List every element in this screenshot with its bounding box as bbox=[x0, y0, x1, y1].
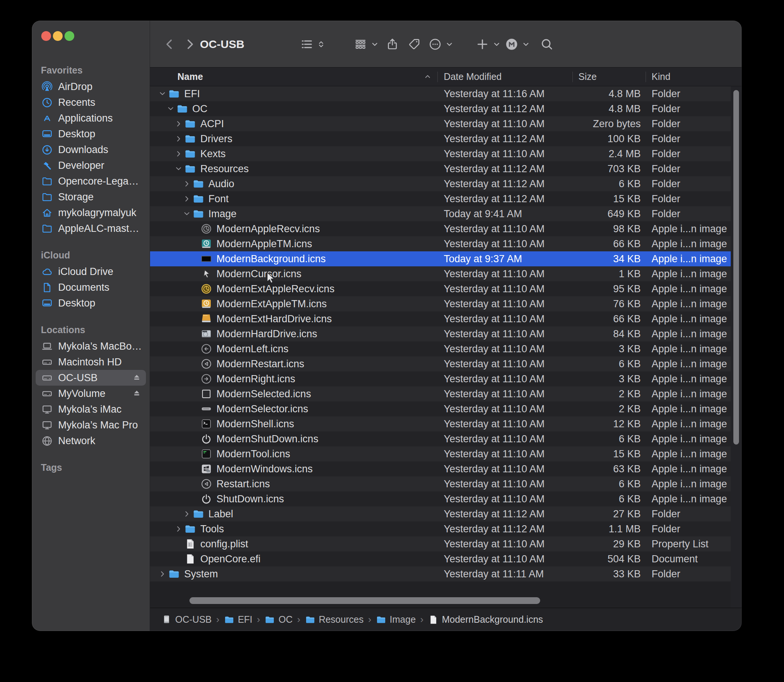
kind-cell: Folder bbox=[645, 208, 731, 220]
sidebar-item-mykola-s-mac-pro[interactable]: Mykola’s Mac Pro bbox=[36, 417, 146, 433]
table-row-font[interactable]: FontYesterday at 11:12 AM15 KBFolder bbox=[150, 191, 731, 206]
disclosure-closed-icon[interactable] bbox=[182, 195, 192, 203]
table-row-modernextappletm-icns[interactable]: ModernExtAppleTM.icnsYesterday at 11:10 … bbox=[150, 296, 731, 311]
back-button[interactable] bbox=[163, 21, 176, 67]
sidebar-item-opencore-legacy-pat[interactable]: Opencore-Legacy-Pat... bbox=[36, 173, 146, 189]
sidebar-item-documents[interactable]: Documents bbox=[36, 279, 146, 295]
table-row-modernharddrive-icns[interactable]: ModernHardDrive.icnsYesterday at 11:10 A… bbox=[150, 327, 731, 341]
forward-button[interactable] bbox=[183, 21, 196, 67]
table-row-modernright-icns[interactable]: ModernRight.icnsYesterday at 11:10 AM3 K… bbox=[150, 371, 731, 386]
table-row-modernextharddrive-icns[interactable]: ModernExtHardDrive.icnsYesterday at 11:1… bbox=[150, 311, 731, 327]
disclosure-closed-icon[interactable] bbox=[174, 120, 183, 128]
table-row-modernshutdown-icns[interactable]: ModernShutDown.icnsYesterday at 11:10 AM… bbox=[150, 432, 731, 446]
sidebar-item-downloads[interactable]: Downloads bbox=[36, 142, 146, 158]
sidebar-item-oc-usb[interactable]: OC-USB bbox=[36, 370, 146, 386]
table-row-audio[interactable]: AudioYesterday at 11:12 AM6 KBFolder bbox=[150, 176, 731, 191]
sidebar-item-desktop[interactable]: Desktop bbox=[36, 295, 146, 311]
kind-cell: Apple i...n image bbox=[645, 493, 731, 505]
sidebar-item-airdrop[interactable]: AirDrop bbox=[36, 79, 146, 94]
table-row-tools[interactable]: ToolsYesterday at 11:12 AM1.1 MBFolder bbox=[150, 521, 731, 537]
sidebar-item-recents[interactable]: Recents bbox=[36, 94, 146, 110]
zoom-window-button[interactable] bbox=[65, 31, 74, 41]
column-header-size[interactable]: Size bbox=[572, 67, 645, 86]
sidebar-item-mykola-s-imac[interactable]: Mykola’s iMac bbox=[36, 402, 146, 417]
date-modified-cell: Yesterday at 11:10 AM bbox=[437, 313, 572, 325]
time-machine-gold-icon bbox=[200, 298, 212, 310]
kind-cell: Document bbox=[645, 553, 731, 565]
table-row-modernappletm-icns[interactable]: ModernAppleTM.icnsYesterday at 11:10 AM6… bbox=[150, 236, 731, 251]
table-row-restart-icns[interactable]: Restart.icnsYesterday at 11:10 AM6 KBApp… bbox=[150, 476, 731, 491]
table-row-acpi[interactable]: ACPIYesterday at 11:10 AMZero bytesFolde… bbox=[150, 116, 731, 131]
path-item-oc-usb[interactable]: OC-USB bbox=[161, 614, 212, 625]
table-row-shutdown-icns[interactable]: ShutDown.icnsYesterday at 11:10 AM6 KBAp… bbox=[150, 491, 731, 507]
disclosure-closed-icon[interactable] bbox=[174, 525, 183, 533]
more-actions-button[interactable] bbox=[429, 21, 454, 67]
path-item-label: OC bbox=[278, 614, 293, 625]
size-cell: 2 KB bbox=[572, 403, 645, 415]
path-item-image[interactable]: Image bbox=[376, 614, 416, 625]
black-rect-icon bbox=[200, 253, 212, 265]
file-name: Kexts bbox=[200, 148, 226, 160]
table-row-modernbackground-icns[interactable]: ModernBackground.icnsToday at 9:37 AM34 … bbox=[150, 251, 731, 266]
horizontal-scrollbar[interactable] bbox=[190, 597, 540, 604]
table-row-modernrestart-icns[interactable]: ModernRestart.icnsYesterday at 11:10 AM6… bbox=[150, 356, 731, 371]
table-row-drivers[interactable]: DriversYesterday at 11:12 AM100 KBFolder bbox=[150, 131, 731, 146]
sidebar-item-storage[interactable]: Storage bbox=[36, 189, 146, 205]
table-row-opencore-efi[interactable]: OpenCore.efiYesterday at 11:10 AM504 KBD… bbox=[150, 551, 731, 566]
table-row-kexts[interactable]: KextsYesterday at 11:10 AM2.4 MBFolder bbox=[150, 146, 731, 161]
table-row-modernselector-icns[interactable]: ModernSelector.icnsYesterday at 11:10 AM… bbox=[150, 402, 731, 416]
table-row-system[interactable]: SystemYesterday at 11:11 AM33 KBFolder bbox=[150, 566, 731, 582]
table-row-efi[interactable]: EFIYesterday at 11:16 AM4.8 MBFolder bbox=[150, 86, 731, 101]
column-header-date-modified[interactable]: Date Modified bbox=[437, 67, 572, 86]
path-item-resources[interactable]: Resources bbox=[305, 614, 364, 625]
table-row-moderntool-icns[interactable]: ModernTool.icnsYesterday at 11:10 AM15 K… bbox=[150, 446, 731, 461]
sidebar-item-icloud-drive[interactable]: iCloud Drive bbox=[36, 264, 146, 279]
disclosure-closed-icon[interactable] bbox=[174, 135, 183, 143]
sidebar-item-mykolagrymalyuk[interactable]: mykolagrymalyuk bbox=[36, 205, 146, 221]
column-header-name[interactable]: Name bbox=[150, 67, 437, 86]
sidebar-item-macintosh-hd[interactable]: Macintosh HD bbox=[36, 354, 146, 370]
table-row-modernselected-icns[interactable]: ModernSelected.icnsYesterday at 11:10 AM… bbox=[150, 386, 731, 402]
new-item-button[interactable] bbox=[476, 21, 501, 67]
account-button[interactable] bbox=[505, 21, 531, 67]
sidebar-item-desktop[interactable]: Desktop bbox=[36, 126, 146, 142]
sidebar-item-applications[interactable]: Applications bbox=[36, 110, 146, 126]
table-row-config-plist[interactable]: config.plistYesterday at 11:10 AM29 KBPr… bbox=[150, 537, 731, 551]
sidebar-item-network[interactable]: Network bbox=[36, 433, 146, 449]
tags-button[interactable] bbox=[407, 21, 421, 67]
table-row-modernextapplerecv-icns[interactable]: ModernExtAppleRecv.icnsYesterday at 11:1… bbox=[150, 281, 731, 296]
search-button[interactable] bbox=[540, 21, 554, 67]
sidebar-item-applealc-master-2[interactable]: AppleALC-master-2 bbox=[36, 221, 146, 236]
disclosure-closed-icon[interactable] bbox=[158, 570, 167, 578]
disclosure-closed-icon[interactable] bbox=[182, 180, 192, 188]
close-window-button[interactable] bbox=[41, 31, 51, 41]
table-row-oc[interactable]: OCYesterday at 11:12 AM4.8 MBFolder bbox=[150, 101, 731, 116]
path-item-efi[interactable]: EFI bbox=[224, 614, 252, 625]
table-row-modernapplerecv-icns[interactable]: ModernAppleRecv.icnsYesterday at 11:10 A… bbox=[150, 221, 731, 236]
table-row-modernleft-icns[interactable]: ModernLeft.icnsYesterday at 11:10 AM3 KB… bbox=[150, 341, 731, 356]
share-button[interactable] bbox=[386, 21, 399, 67]
table-row-resources[interactable]: ResourcesYesterday at 11:12 AM703 KBFold… bbox=[150, 161, 731, 176]
sidebar-item-myvolume[interactable]: MyVolume bbox=[36, 386, 146, 402]
vertical-scrollbar[interactable] bbox=[733, 90, 739, 445]
column-header-kind[interactable]: Kind bbox=[645, 67, 731, 86]
disclosure-open-icon[interactable] bbox=[174, 165, 183, 173]
table-row-image[interactable]: ImageToday at 9:41 AM649 KBFolder bbox=[150, 206, 731, 221]
sidebar-item-mykola-s-macbook-pro[interactable]: Mykola’s MacBook Pro bbox=[36, 338, 146, 354]
disclosure-open-icon[interactable] bbox=[182, 210, 192, 218]
minimize-window-button[interactable] bbox=[53, 31, 63, 41]
sidebar-item-developer[interactable]: Developer bbox=[36, 158, 146, 173]
name-cell: ModernExtAppleRecv.icns bbox=[150, 283, 437, 295]
disclosure-open-icon[interactable] bbox=[158, 90, 167, 98]
disclosure-open-icon[interactable] bbox=[166, 105, 175, 113]
group-by-button[interactable] bbox=[354, 21, 379, 67]
table-row-moderncursor-icns[interactable]: ModernCursor.icnsYesterday at 11:10 AM1 … bbox=[150, 266, 731, 281]
table-row-modernshell-icns[interactable]: ModernShell.icnsYesterday at 11:10 AM12 … bbox=[150, 416, 731, 432]
table-row-modernwindows-icns[interactable]: ModernWindows.icnsYesterday at 11:10 AM6… bbox=[150, 461, 731, 476]
disclosure-closed-icon[interactable] bbox=[174, 150, 183, 158]
disclosure-closed-icon[interactable] bbox=[182, 510, 192, 518]
view-mode-button[interactable] bbox=[300, 21, 326, 67]
path-item-modernbackground-icns[interactable]: ModernBackground.icns bbox=[428, 614, 543, 625]
path-item-oc[interactable]: OC bbox=[265, 614, 293, 625]
table-row-label[interactable]: LabelYesterday at 11:12 AM27 KBFolder bbox=[150, 507, 731, 521]
